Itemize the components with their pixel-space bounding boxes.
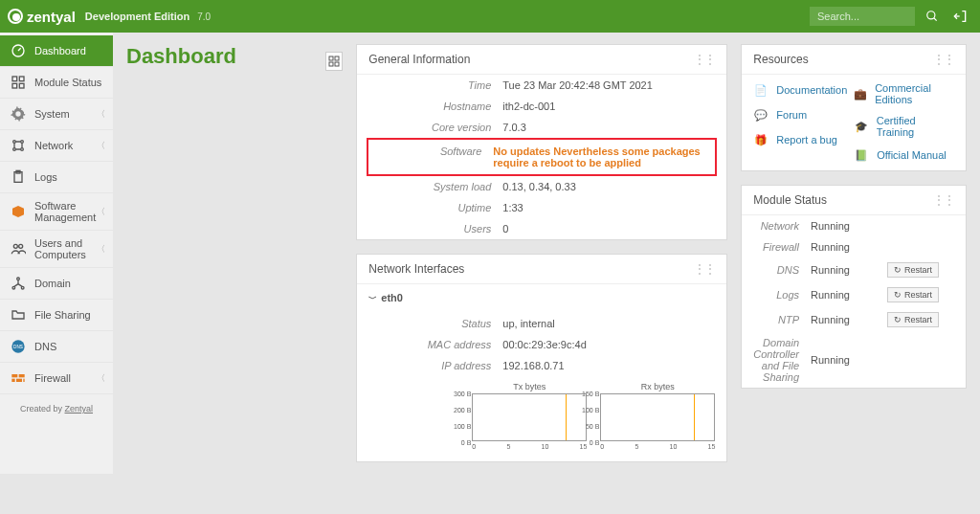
module-row-firewall: FirewallRunning xyxy=(742,236,966,257)
sidebar-item-label: System xyxy=(34,108,70,120)
resource-link[interactable]: Official Manual xyxy=(877,149,947,161)
sidebar-item-label: File Sharing xyxy=(34,309,91,321)
sidebar-item-network[interactable]: Network〈 xyxy=(0,130,113,162)
module-name: Domain Controller and File Sharing xyxy=(753,337,811,383)
svg-point-14 xyxy=(19,244,23,248)
domain-icon xyxy=(10,275,27,292)
gauge-icon xyxy=(10,42,27,59)
restart-button[interactable]: ↻Restart xyxy=(887,262,939,278)
credit-link[interactable]: Zentyal xyxy=(65,404,94,413)
label: Hostname xyxy=(368,101,502,112)
module-row-network: NetworkRunning xyxy=(742,215,966,236)
clipboard-icon xyxy=(10,168,27,186)
software-update-link[interactable]: No updates Nevertheless some packages re… xyxy=(493,145,700,168)
resource-commercial-editions[interactable]: 💼Commercial Editions xyxy=(854,82,954,105)
label: Core version xyxy=(368,122,502,133)
sidebar-item-label: DNS xyxy=(34,341,56,352)
panel-network-interfaces: Network Interfaces ⋮⋮ ﹀eth0 Statusup, in… xyxy=(356,254,727,462)
panel-title: General Information xyxy=(368,53,470,66)
sidebar-item-label: Firewall xyxy=(34,372,71,384)
resource-link[interactable]: Forum xyxy=(776,109,807,121)
restart-button[interactable]: ↻Restart xyxy=(887,287,939,302)
svg-point-10 xyxy=(21,148,24,151)
resource-report-a-bug[interactable]: 🎁Report a bug xyxy=(753,132,854,147)
module-name: DNS xyxy=(753,264,811,276)
resource-link[interactable]: Documentation xyxy=(776,84,847,96)
resource-link[interactable]: Commercial Editions xyxy=(875,82,954,105)
module-state: Running xyxy=(811,220,887,232)
sidebar-item-file-sharing[interactable]: File Sharing xyxy=(0,300,113,331)
sidebar-item-label: Dashboard xyxy=(34,45,86,56)
svg-rect-3 xyxy=(12,77,17,81)
panel-resources: Resources ⋮⋮ 📄Documentation💬Forum🎁Report… xyxy=(741,44,967,171)
module-row-dns: DNSRunning↻Restart xyxy=(742,257,966,282)
sidebar-item-users-and-computers[interactable]: Users and Computers〈 xyxy=(0,231,113,268)
users-icon xyxy=(10,240,27,257)
search-input[interactable] xyxy=(810,7,915,26)
logo-icon xyxy=(8,9,23,24)
chevron-left-icon: 〈 xyxy=(97,243,105,256)
module-state: Running xyxy=(811,314,887,325)
resource-forum[interactable]: 💬Forum xyxy=(753,107,854,123)
grid-icon xyxy=(10,74,27,91)
box-icon xyxy=(10,203,27,220)
tx-bytes-chart: Tx bytes 300 B200 B100 B0 B 051015 xyxy=(472,382,587,450)
resource-official-manual[interactable]: 📗Official Manual xyxy=(854,147,954,163)
value: 0.13, 0.34, 0.33 xyxy=(502,181,715,192)
module-name: Logs xyxy=(753,289,811,301)
book-icon: 📗 xyxy=(854,147,869,163)
sidebar-item-module-status[interactable]: Module Status xyxy=(0,67,113,99)
label: IP address xyxy=(368,360,502,371)
restart-icon: ↻ xyxy=(894,315,902,324)
svg-point-0 xyxy=(927,11,935,19)
value: 0 xyxy=(502,223,715,235)
module-row-ntp: NTPRunning↻Restart xyxy=(742,307,966,332)
sidebar-item-logs[interactable]: Logs xyxy=(0,162,113,193)
brand-edition: Development Edition xyxy=(85,11,189,22)
brand-logo[interactable]: zentyal Development Edition xyxy=(8,9,189,25)
resource-certified-training[interactable]: 🎓Certified Training xyxy=(854,115,954,138)
value: 7.0.3 xyxy=(502,122,715,133)
svg-rect-24 xyxy=(23,379,24,382)
resource-link[interactable]: Report a bug xyxy=(776,134,837,145)
value: up, internal xyxy=(502,318,715,329)
sidebar-item-dashboard[interactable]: Dashboard xyxy=(0,35,113,67)
dashboard-layout-toggle[interactable] xyxy=(325,52,344,71)
topbar: zentyal Development Edition 7.0 xyxy=(0,0,980,33)
sidebar: DashboardModule StatusSystem〈Network〈Log… xyxy=(0,33,113,474)
sidebar-item-software-management[interactable]: Software Management〈 xyxy=(0,193,113,231)
sidebar-item-dns[interactable]: DNSDNS xyxy=(0,331,113,363)
sidebar-item-firewall[interactable]: Firewall〈 xyxy=(0,363,113,394)
drag-handle-icon[interactable]: ⋮⋮ xyxy=(933,53,954,66)
net-icon xyxy=(10,137,27,154)
svg-point-13 xyxy=(13,244,17,248)
restart-button[interactable]: ↻Restart xyxy=(887,312,939,327)
drag-handle-icon[interactable]: ⋮⋮ xyxy=(694,262,715,276)
briefcase-icon: 💼 xyxy=(854,86,867,101)
svg-rect-23 xyxy=(16,379,22,382)
brand-version: 7.0 xyxy=(197,11,211,22)
value: 192.168.0.71 xyxy=(502,360,715,371)
sidebar-item-label: Module Status xyxy=(34,77,101,88)
svg-rect-4 xyxy=(19,77,24,81)
svg-point-17 xyxy=(21,286,24,289)
grad-icon: 🎓 xyxy=(854,119,869,134)
search-icon[interactable] xyxy=(921,5,944,28)
bug-icon: 🎁 xyxy=(753,132,768,147)
resource-documentation[interactable]: 📄Documentation xyxy=(753,82,854,98)
module-row-domain-controller-and-file-sharing: Domain Controller and File SharingRunnin… xyxy=(742,332,966,388)
drag-handle-icon[interactable]: ⋮⋮ xyxy=(933,193,954,207)
value: 1:33 xyxy=(502,202,715,213)
logout-icon[interactable] xyxy=(949,5,972,28)
interface-toggle[interactable]: ﹀eth0 xyxy=(357,284,726,313)
sidebar-item-domain[interactable]: Domain xyxy=(0,268,113,300)
drag-handle-icon[interactable]: ⋮⋮ xyxy=(694,53,715,66)
sidebar-item-system[interactable]: System〈 xyxy=(0,99,113,130)
resource-link[interactable]: Certified Training xyxy=(877,115,954,138)
restart-icon: ↻ xyxy=(894,265,902,275)
svg-rect-27 xyxy=(329,62,333,66)
sidebar-item-label: Logs xyxy=(34,171,57,183)
label: System load xyxy=(368,181,502,192)
chat-icon: 💬 xyxy=(753,107,768,123)
svg-rect-6 xyxy=(19,83,24,88)
